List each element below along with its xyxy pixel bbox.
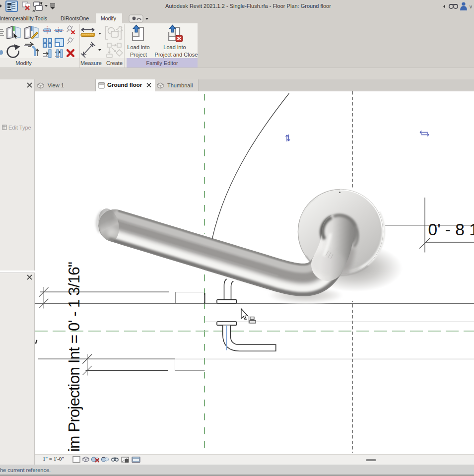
svg-text:im Projection Int = 0' - 1 3/1: im Projection Int = 0' - 1 3/16" (65, 262, 83, 452)
svg-text:0' - 8 1/4": 0' - 8 1/4" (428, 220, 474, 239)
svg-text:v: v (470, 4, 472, 9)
svg-text:Edit Type: Edit Type (8, 125, 31, 131)
